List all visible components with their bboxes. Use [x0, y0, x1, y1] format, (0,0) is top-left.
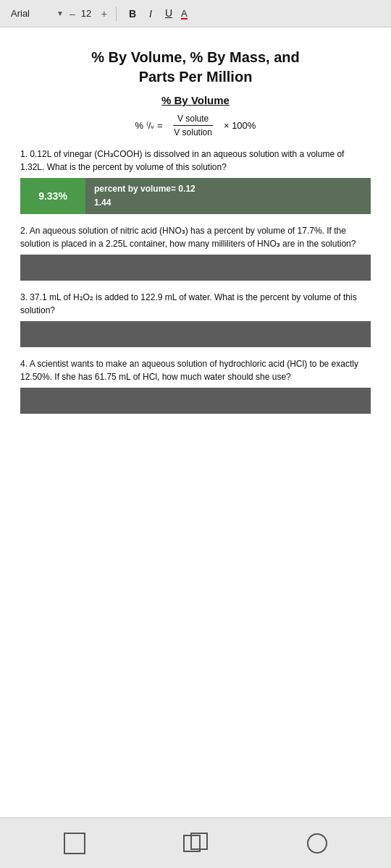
text-color-a: A [181, 9, 188, 20]
formula-prefix: % ⁽/ᵥ = [135, 120, 166, 131]
font-dropdown-arrow[interactable]: ▼ [56, 9, 64, 17]
formula-display: % ⁽/ᵥ = V solute V solution × 100% [20, 114, 371, 137]
problem-3-answer-box[interactable] [20, 321, 371, 347]
circle-button[interactable] [307, 833, 327, 854]
square-button[interactable] [64, 833, 85, 854]
problem-1-hint-line1: percent by volume= 0.12 [94, 182, 196, 196]
top-toolbar: Arial ▼ – 12 + B I U A [0, 0, 391, 27]
problem-1-hint-line2: 1.44 [94, 196, 111, 210]
text-color-button[interactable]: A [177, 7, 191, 21]
font-size-plus[interactable]: + [101, 8, 107, 20]
underline-button[interactable]: U [161, 6, 176, 20]
problem-1-answer-row: 9.33% percent by volume= 0.12 1.44 [20, 178, 371, 214]
font-selector[interactable]: Arial [7, 7, 51, 20]
underline-area: U A [161, 6, 191, 21]
double-square-button[interactable] [183, 833, 209, 854]
problem-1-answer-value: 9.33% [20, 178, 85, 214]
square-icon [64, 833, 85, 854]
problem-4-answer-box[interactable] [20, 388, 371, 414]
section-heading: % By Volume [20, 94, 371, 106]
title-line2: Parts Per Million [139, 69, 253, 85]
problem-4-text: 4. A scientist wants to make an aqueous … [20, 357, 371, 383]
document-area: % By Volume, % By Mass, and Parts Per Mi… [0, 27, 391, 823]
fraction-denominator: V solution [169, 126, 216, 137]
double-square-icon-front [190, 833, 208, 850]
problem-2-answer-box[interactable] [20, 255, 371, 281]
problem-1-text: 1. 0.12L of vinegar (CH₃COOH) is dissolv… [20, 148, 371, 174]
fraction-numerator: V solute [173, 114, 213, 126]
font-size-minus[interactable]: – [70, 8, 75, 20]
formula-fraction: V solute V solution [169, 114, 216, 137]
italic-button[interactable]: I [146, 7, 156, 21]
toolbar-divider-1 [116, 7, 117, 21]
bold-button[interactable]: B [125, 7, 140, 21]
bottom-toolbar [0, 817, 391, 868]
double-square-icon [183, 833, 209, 854]
problem-3-text: 3. 37.1 mL of H₂O₂ is added to 122.9 mL … [20, 291, 371, 317]
document-title: % By Volume, % By Mass, and Parts Per Mi… [20, 48, 371, 87]
problem-2-text: 2. An aqueous solution of nitric acid (H… [20, 224, 371, 250]
problem-1-answer-hint: percent by volume= 0.12 1.44 [85, 178, 371, 214]
title-line1: % By Volume, % By Mass, and [91, 49, 300, 65]
font-size-display: 12 [81, 8, 96, 19]
formula-suffix: × 100% [224, 120, 256, 131]
circle-icon [307, 833, 327, 854]
